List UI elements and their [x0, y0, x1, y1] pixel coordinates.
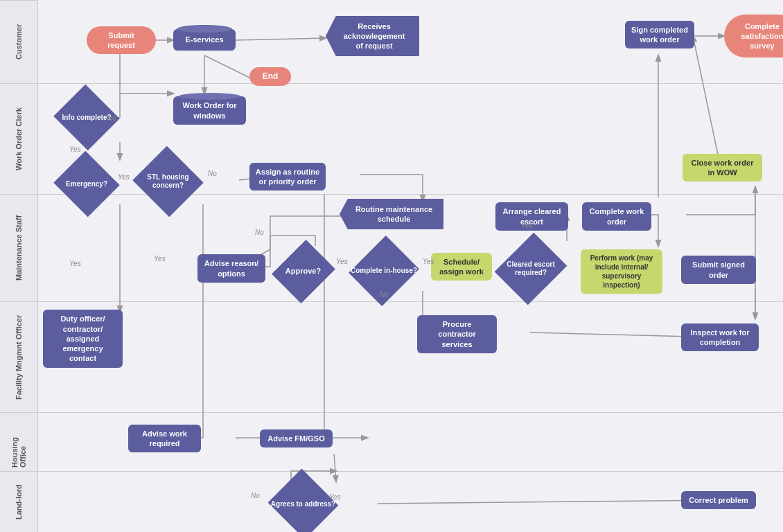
svg-line-12 [334, 454, 336, 481]
cleared-escort-node: Cleared escort required? [493, 238, 568, 299]
diagram-container: Customer Work Order Clerk Maintenance St… [0, 0, 783, 532]
swimlane-landlord: Land-lord [0, 471, 37, 532]
divider-5 [38, 471, 783, 472]
swimlane-work-order-clerk: Work Order Clerk [0, 83, 37, 194]
schedule-work-node: Schedule/ assign work [431, 246, 492, 287]
label-yes-agrees: Yes [329, 493, 341, 501]
stl-housing-node: STL housing concern? [128, 154, 208, 209]
label-yes-emergency2: Yes [118, 173, 130, 181]
swimlane-facility-mngmnt: Facility Mngmnt Officer [0, 301, 37, 412]
label-yes-approve: Yes [336, 258, 348, 265]
svg-line-1 [236, 38, 326, 40]
close-work-order-node: Close work order in WOW [683, 147, 762, 188]
end-node: End [249, 64, 291, 89]
duty-officer-node: Duty officer/ contractor/ assigned emerg… [43, 310, 123, 367]
advise-work-node: Advise work required [128, 421, 201, 456]
agrees-address-node: Agrees to address? [263, 478, 343, 530]
svg-line-13 [378, 500, 721, 504]
swimlane-maintenance-staff: Maintenance Staff [0, 194, 37, 301]
label-yes-inhouse: Yes [423, 258, 434, 265]
label-no-approve: No [255, 229, 264, 236]
label-no-inhouse: No [380, 291, 389, 299]
divider-3 [38, 301, 783, 302]
label-yes-stl: Yes [154, 255, 166, 263]
e-services-node: E-services [173, 21, 236, 59]
label-yes-escort: Yes [521, 222, 533, 229]
work-order-windows-node: Work Order for windows [173, 91, 246, 130]
routine-maint-node: Routine maintenance schedule [340, 197, 443, 231]
swimlane-housing-office: Housing Office [0, 412, 37, 471]
complete-work-order-node: Complete work order [582, 197, 651, 236]
arrange-escort-node: Arrange cleared escort [495, 197, 568, 236]
advise-fm-node: Advise FM/GSO [260, 421, 333, 456]
correct-problem-node: Correct problem [681, 484, 756, 517]
swimlane-customer: Customer [0, 0, 37, 83]
complete-survey-node: Complete satisfaction survey [724, 15, 783, 57]
divider-1 [38, 83, 783, 84]
label-no-stl: No [208, 170, 217, 177]
emergency-node: Emergency? [52, 158, 121, 210]
label-no-agrees: No [251, 492, 260, 499]
advise-reason-node: Advise reason/ options [197, 249, 265, 287]
label-yes-emergency: Yes [69, 260, 81, 267]
assign-routine-node: Assign as routine or priority order [249, 156, 326, 197]
label-yes-info: Yes [69, 145, 81, 153]
divider-4 [38, 412, 783, 413]
sign-completed-node: Sign completed work order [625, 14, 694, 55]
swimlane-labels: Customer Work Order Clerk Maintenance St… [0, 0, 38, 532]
label-no-info: No [107, 114, 116, 122]
submit-request-node: Submit request [87, 26, 156, 54]
submit-signed-node: Submit signed order [681, 251, 756, 289]
approve-node: Approve? [270, 244, 336, 299]
procure-contractor-node: Procure contractor services [417, 315, 497, 353]
perform-work-node: Perform work (may include internal/ supe… [581, 244, 662, 299]
receives-ack-node: Receives acknowlegement of request [326, 15, 419, 57]
inspect-work-node: Inspect work for completion [681, 317, 759, 357]
